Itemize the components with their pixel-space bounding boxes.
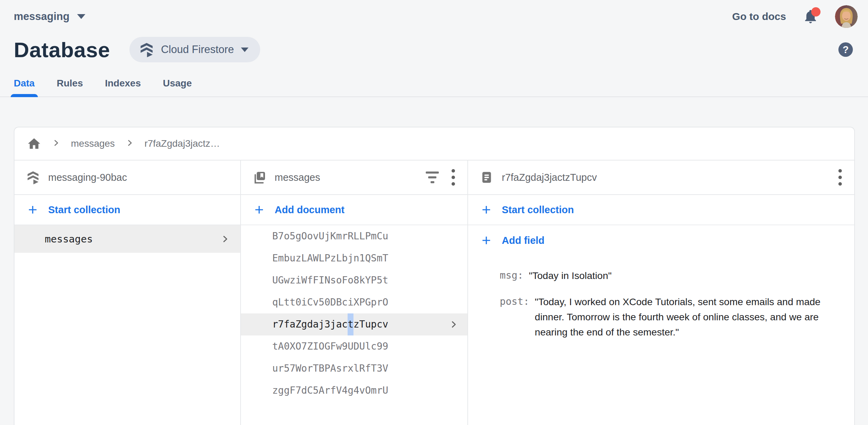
document-icon (480, 170, 494, 184)
collection-row-label: messages (45, 233, 93, 245)
field-list: msg:"Today in Isolation"post:"Today, I w… (468, 256, 854, 340)
collection-row[interactable]: messages (14, 225, 240, 253)
add-document-button[interactable]: Add document (241, 195, 467, 225)
panel-columns: messaging-90bac Start collection message… (14, 160, 854, 425)
document-id: qLtt0iCv50DBciXPGprO (272, 291, 388, 313)
document-list: B7o5gOovUjKmrRLLPmCuEmbuzLAWLPzLbjn1QSmT… (241, 225, 467, 402)
document-row[interactable]: r7faZgdaj3jactzTupcv (241, 313, 467, 335)
notification-badge (811, 7, 821, 17)
document-panel-header: r7faZgdaj3jactzTupcv (468, 160, 854, 195)
tab-bar: DataRulesIndexesUsage (0, 78, 868, 97)
field-value: "Today in Isolation" (529, 268, 612, 283)
tab-rules[interactable]: Rules (57, 78, 83, 96)
collection-panel: messages Add document B7o5gOovUjKmrRLLPm… (241, 160, 468, 425)
field-key: msg: (500, 268, 523, 283)
home-icon[interactable] (27, 136, 41, 151)
field-key: post: (500, 294, 529, 309)
document-id: tA0XO7ZIOGFw9UDUlc99 (272, 335, 388, 357)
find-highlight: t (348, 313, 353, 335)
project-switcher[interactable]: messaging (14, 10, 85, 23)
plus-icon (480, 203, 493, 216)
breadcrumb-item[interactable]: messages (71, 138, 115, 149)
collection-menu-button[interactable] (448, 169, 458, 186)
document-menu-button[interactable] (835, 169, 845, 186)
document-name: r7faZgdaj3jactzTupcv (502, 172, 597, 183)
document-id: zggF7dC5ArfV4g4vOmrU (272, 380, 388, 402)
chevron-right-icon (449, 320, 458, 329)
plus-icon (253, 203, 266, 216)
tab-data[interactable]: Data (14, 78, 35, 96)
document-row[interactable]: B7o5gOovUjKmrRLLPmCu (241, 225, 467, 247)
product-name: Cloud Firestore (161, 43, 234, 56)
page-header: Database Cloud Firestore ? (0, 36, 868, 63)
root-panel: messaging-90bac Start collection message… (14, 160, 241, 425)
document-id: ur57WorTBPAsrxlRfT3V (272, 357, 388, 380)
document-id: r7faZgdaj3jactzTupcv (272, 313, 388, 335)
breadcrumb-item[interactable]: r7faZgdaj3jactz… (145, 138, 220, 149)
document-id: EmbuzLAWLPzLbjn1QSmT (272, 247, 388, 269)
chevron-right-icon (52, 138, 61, 147)
tab-usage[interactable]: Usage (163, 78, 192, 96)
help-button[interactable]: ? (838, 42, 853, 57)
document-row[interactable]: UGwziWfFINsoFo8kYP5t (241, 269, 467, 291)
avatar[interactable] (835, 5, 858, 28)
topbar: messaging Go to docs (0, 0, 868, 30)
add-field-button[interactable]: Add field (468, 225, 854, 256)
firestore-data-panel: messagesr7faZgdaj3jactz… messaging-90bac (14, 127, 855, 425)
field-row[interactable]: post:"Today, I worked on XCode Tutorials… (500, 294, 839, 340)
start-collection-label: Start collection (48, 204, 120, 216)
collection-icon (253, 170, 266, 184)
document-row[interactable]: EmbuzLAWLPzLbjn1QSmT (241, 247, 467, 269)
document-row[interactable]: ur57WorTBPAsrxlRfT3V (241, 357, 467, 380)
start-collection-label: Start collection (502, 204, 574, 216)
notifications-button[interactable] (803, 9, 818, 24)
document-row[interactable]: qLtt0iCv50DBciXPGprO (241, 291, 467, 313)
chevron-right-icon (125, 138, 134, 147)
go-to-docs-link[interactable]: Go to docs (732, 11, 786, 22)
chevron-right-icon (220, 234, 230, 244)
chevron-down-icon (241, 48, 248, 52)
root-panel-header: messaging-90bac (14, 160, 240, 195)
page-title: Database (14, 38, 110, 62)
filter-button[interactable] (425, 172, 440, 183)
plus-icon (26, 203, 39, 216)
document-id: B7o5gOovUjKmrRLLPmCu (272, 225, 388, 247)
database-name: messaging-90bac (48, 172, 127, 183)
add-document-label: Add document (275, 204, 345, 216)
product-selector[interactable]: Cloud Firestore (129, 37, 260, 62)
topbar-right: Go to docs (732, 5, 858, 28)
firebase-console: messaging Go to docs (0, 0, 868, 425)
collection-name: messages (275, 172, 320, 183)
document-row[interactable]: zggF7dC5ArfV4g4vOmrU (241, 380, 467, 402)
start-collection-button[interactable]: Start collection (468, 195, 854, 225)
breadcrumb: messagesr7faZgdaj3jactz… (14, 127, 854, 160)
collection-panel-header: messages (241, 160, 467, 195)
add-field-label: Add field (502, 235, 544, 246)
document-panel: r7faZgdaj3jactzTupcv Start collection Ad… (468, 160, 854, 425)
field-row[interactable]: msg:"Today in Isolation" (500, 268, 839, 283)
start-collection-button[interactable]: Start collection (14, 195, 240, 225)
project-name: messaging (14, 10, 70, 23)
field-value: "Today, I worked on XCode Tutorials, sen… (535, 294, 839, 340)
chevron-down-icon (77, 14, 85, 19)
chevron-right-icon (52, 138, 61, 149)
plus-icon (480, 234, 493, 247)
document-id: UGwziWfFINsoFo8kYP5t (272, 269, 388, 291)
tab-indexes[interactable]: Indexes (105, 78, 141, 96)
chevron-right-icon (125, 138, 134, 149)
firestore-icon (139, 42, 154, 57)
collection-list: messages (14, 225, 240, 253)
firestore-icon (26, 170, 40, 184)
document-row[interactable]: tA0XO7ZIOGFw9UDUlc99 (241, 335, 467, 357)
avatar-photo (835, 5, 858, 28)
